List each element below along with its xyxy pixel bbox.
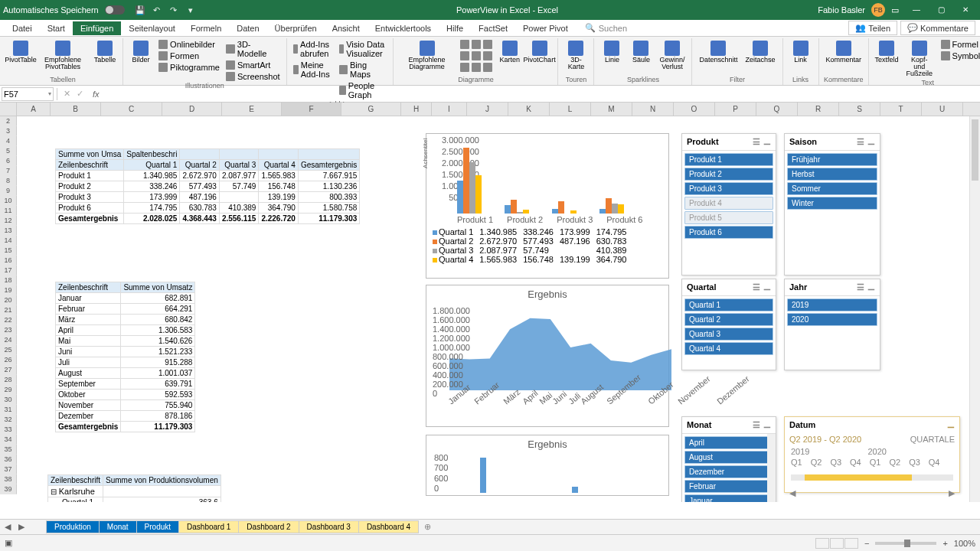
slicer-item[interactable]: Produkt 6: [684, 226, 773, 239]
chart-area-ergebnis[interactable]: Ergebnis 1.800.0001.600.0001.400.0001.20…: [426, 285, 669, 427]
row-header[interactable]: 39: [0, 484, 17, 494]
scroll-left-icon[interactable]: ◀: [789, 488, 795, 498]
sheet-tab[interactable]: Produkt: [136, 520, 179, 533]
row-header[interactable]: 17: [0, 266, 17, 276]
sheet-tab[interactable]: Dashboard 1: [178, 520, 239, 533]
row-header[interactable]: 21: [0, 305, 17, 315]
row-header[interactable]: 8: [0, 176, 17, 186]
slicer-item[interactable]: Quartal 2: [684, 313, 773, 326]
column-header-O[interactable]: O: [674, 103, 715, 116]
ribbon-options-icon[interactable]: ▭: [891, 5, 899, 15]
slicer-item[interactable]: Produkt 3: [684, 182, 773, 195]
row-header[interactable]: 18: [0, 276, 17, 285]
row-header[interactable]: 7: [0, 166, 17, 176]
row-header[interactable]: 16: [0, 256, 17, 266]
visio-button[interactable]: Visio Data Visualizer: [338, 39, 388, 59]
slicer-item[interactable]: Winter: [787, 197, 877, 210]
row-header[interactable]: 15: [0, 246, 17, 256]
sheet-tab[interactable]: Produktion: [46, 520, 100, 533]
fx-icon[interactable]: fx: [93, 90, 100, 99]
multiselect-icon[interactable]: ☰: [857, 282, 864, 292]
save-icon[interactable]: 💾: [134, 4, 146, 16]
column-header-T[interactable]: T: [880, 103, 922, 116]
row-header[interactable]: 11: [0, 206, 17, 216]
sheet-tab[interactable]: Dashboard 3: [299, 520, 359, 533]
textfeld-button[interactable]: Textfeld: [874, 39, 900, 65]
slicer-item[interactable]: 2020: [787, 313, 877, 326]
slicer-monat[interactable]: Monat☰⚊ AprilAugustDezemberFebruarJanuar: [681, 416, 776, 502]
slicer-item[interactable]: April: [684, 436, 773, 449]
column-header-N[interactable]: N: [632, 103, 674, 116]
pivot-table-umsatz-monat[interactable]: ZeilenbeschriftSumme von Umsatz Januar68…: [55, 282, 195, 432]
column-header-S[interactable]: S: [839, 103, 880, 116]
empfohlene-diagramme-button[interactable]: Empfohlene Diagramme: [398, 39, 455, 72]
zeitachse-button[interactable]: Zeitachse: [743, 39, 778, 65]
maximize-icon[interactable]: ▢: [929, 3, 952, 17]
tab-factset[interactable]: FactSet: [471, 21, 515, 35]
column-header-Q[interactable]: Q: [756, 103, 798, 116]
chart-type-2[interactable]: [459, 51, 494, 61]
tab-start[interactable]: Start: [40, 21, 73, 35]
normal-view-icon[interactable]: [815, 538, 829, 549]
tab-hilfe[interactable]: Hilfe: [439, 21, 471, 35]
row-header[interactable]: 37: [0, 465, 17, 474]
tab-daten[interactable]: Daten: [229, 21, 266, 35]
slicer-item[interactable]: Produkt 1: [684, 153, 773, 166]
column-header-U[interactable]: U: [922, 103, 963, 116]
column-header-I[interactable]: I: [432, 103, 467, 116]
clear-filter-icon[interactable]: ⚊: [763, 282, 771, 292]
clear-filter-icon[interactable]: ⚊: [867, 137, 875, 147]
row-header[interactable]: 10: [0, 196, 17, 206]
row-header[interactable]: 34: [0, 435, 17, 445]
row-header[interactable]: 3: [0, 126, 17, 136]
zoom-in-icon[interactable]: +: [942, 539, 947, 548]
zoom-out-icon[interactable]: −: [864, 539, 869, 548]
multiselect-icon[interactable]: ☰: [857, 137, 864, 147]
slicer-item[interactable]: Frühjahr: [787, 153, 877, 166]
tab-entwicklertools[interactable]: Entwicklertools: [368, 21, 439, 35]
slicer-item[interactable]: Herbst: [787, 168, 877, 181]
page-break-view-icon[interactable]: [844, 538, 858, 549]
row-header[interactable]: 6: [0, 156, 17, 166]
row-header[interactable]: 13: [0, 226, 17, 236]
zoom-slider[interactable]: [875, 542, 936, 545]
tab-ueberpruefen[interactable]: Überprüfen: [267, 21, 325, 35]
slicer-item[interactable]: Produkt 5: [684, 211, 773, 224]
bilder-button[interactable]: Bilder: [128, 39, 154, 65]
row-header[interactable]: 32: [0, 415, 17, 425]
column-header-D[interactable]: D: [162, 103, 222, 116]
slicer-jahr[interactable]: Jahr☰⚊ 20192020: [784, 279, 880, 370]
share-button[interactable]: 👥Teilen: [848, 21, 897, 35]
empfohlene-pivottables-button[interactable]: Empfohlene PivotTables: [37, 39, 89, 72]
tab-seitenlayout[interactable]: Seitenlayout: [121, 21, 183, 35]
row-header[interactable]: 29: [0, 385, 17, 395]
slicer-item[interactable]: Quartal 1: [684, 298, 773, 311]
row-header[interactable]: 27: [0, 365, 17, 375]
gewinn-verlust-button[interactable]: Gewinn/ Verlust: [657, 39, 687, 72]
3dmodelle-button[interactable]: 3D-Modelle: [224, 39, 282, 59]
column-header-G[interactable]: G: [341, 103, 401, 116]
row-header[interactable]: 22: [0, 315, 17, 325]
row-header[interactable]: 35: [0, 445, 17, 455]
kommentar-button[interactable]: Kommentar: [824, 39, 864, 65]
pivot-table-umsatz-produkt[interactable]: Summe von UmsaSpaltenbeschri Zeilenbesch…: [55, 148, 360, 224]
pivotchart-button[interactable]: PivotChart: [526, 39, 554, 65]
multiselect-icon[interactable]: ☰: [753, 137, 760, 147]
column-header-M[interactable]: M: [591, 103, 632, 116]
sheet-tab[interactable]: Dashboard 4: [358, 520, 419, 533]
tab-ansicht[interactable]: Ansicht: [325, 21, 368, 35]
symbol-text-button[interactable]: Symbol: [939, 51, 980, 61]
close-icon[interactable]: ✕: [954, 3, 977, 17]
tab-powerpivot[interactable]: Power Pivot: [515, 21, 576, 35]
comments-button[interactable]: 💬Kommentare: [900, 21, 975, 35]
row-header[interactable]: 23: [0, 325, 17, 335]
row-header[interactable]: 9: [0, 186, 17, 196]
slicer-produkt[interactable]: Produkt☰⚊ Produkt 1Produkt 2Produkt 3Pro…: [681, 133, 776, 276]
search-box[interactable]: 🔍 Suchen: [585, 23, 627, 33]
row-header[interactable]: 28: [0, 375, 17, 385]
linie-button[interactable]: Linie: [599, 39, 625, 65]
addins-abrufen-button[interactable]: Add-Ins abrufen: [292, 39, 335, 59]
name-box[interactable]: F57▾: [2, 87, 54, 101]
formel-button[interactable]: Formel: [939, 39, 980, 50]
formen-button[interactable]: Formen: [157, 51, 221, 61]
